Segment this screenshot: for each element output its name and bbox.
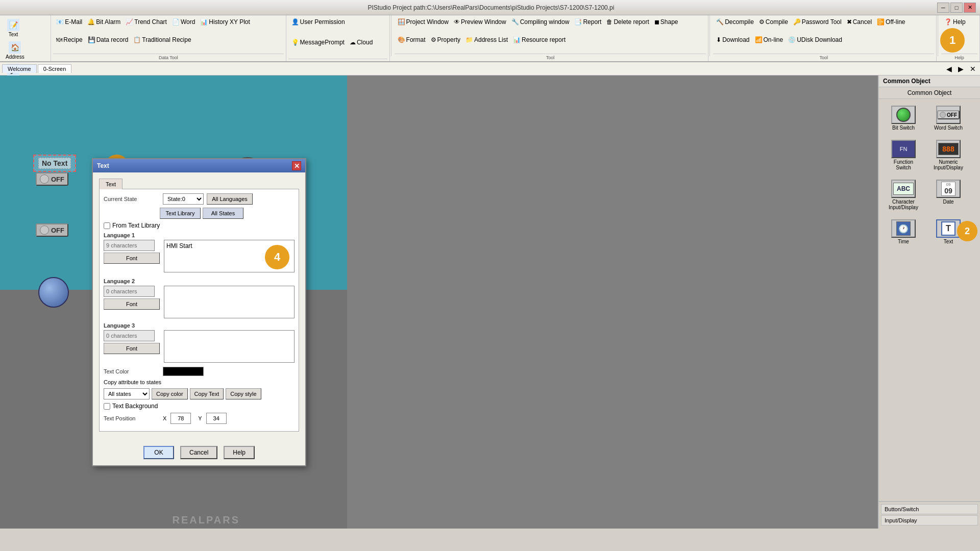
text-bg-checkbox[interactable]	[104, 403, 110, 410]
ribbon-btn-trendchart[interactable]: 📈Trend Chart	[124, 17, 169, 27]
canvas-area: 3 No Text OFF OFF	[0, 76, 878, 529]
lang3-chars-input[interactable]	[104, 330, 155, 341]
lang1-chars-input[interactable]	[104, 240, 155, 251]
help-btn[interactable]: Help	[224, 446, 255, 459]
x-input[interactable]	[170, 413, 191, 424]
ribbon-btn-cancel[interactable]: ✖Cancel	[845, 17, 874, 27]
copy-style-btn[interactable]: Copy style	[226, 388, 261, 399]
all-states-select[interactable]: All states	[104, 388, 150, 399]
lang1-controls: Font	[104, 240, 160, 274]
lang2-controls: Font	[104, 286, 160, 318]
ribbon-btn-cloud[interactable]: ☁Cloud	[348, 38, 375, 47]
ribbon-btn-datarecord[interactable]: 💾Data record	[86, 35, 131, 44]
ribbon-btn-address[interactable]: 🏠 Address	[3, 40, 27, 61]
all-states-btn[interactable]: All States	[203, 208, 243, 219]
close-btn[interactable]: ✕	[964, 3, 976, 13]
ribbon-btn-shape[interactable]: ◼Shape	[652, 17, 680, 27]
ribbon-btn-pwdtool[interactable]: 🔑Password Tool	[791, 17, 844, 27]
copy-color-btn[interactable]: Copy color	[152, 388, 188, 399]
ribbon-btn-offline[interactable]: 📴Off-line	[875, 17, 907, 27]
from-textlib-checkbox[interactable]	[104, 222, 110, 229]
ribbon-btn-prevwin[interactable]: 👁Preview Window	[452, 17, 508, 27]
ribbon-btn-download[interactable]: ⬇Download	[714, 35, 751, 44]
y-input[interactable]	[206, 413, 227, 424]
window-controls[interactable]: ─ □ ✕	[937, 3, 976, 13]
ribbon-btn-word[interactable]: 📄Word	[170, 17, 197, 27]
ribbon-btn-property[interactable]: ⚙Property	[429, 35, 462, 44]
toggle-off-text: OFF	[947, 112, 957, 118]
lang2-label: Language 2	[104, 278, 295, 284]
ribbon-btn-decompile[interactable]: 🔨Decompile	[714, 17, 756, 27]
tab-left-arrow[interactable]: ◀	[944, 65, 954, 73]
badge-1: 1	[940, 28, 965, 53]
dialog-close-btn[interactable]: ✕	[292, 161, 301, 170]
tab-screen[interactable]: 0-Screen	[38, 64, 72, 73]
ribbon-group-tool: 🪟Project Window 👁Preview Window 🔧Compili…	[393, 15, 709, 61]
ribbon-btn-historyxy[interactable]: 📊History XY Plot	[198, 17, 252, 27]
ribbon-btn-bitalarm[interactable]: 🔔Bit Alarm	[85, 17, 122, 27]
ribbon-group-tool-label: Tool	[395, 54, 706, 60]
panel-item-char[interactable]: ABC Character Input/Display	[883, 177, 924, 213]
text-color-swatch[interactable]	[163, 367, 204, 376]
ribbon-btn-format[interactable]: 🎨Format	[396, 35, 428, 44]
minimize-btn[interactable]: ─	[937, 3, 949, 13]
all-languages-btn[interactable]: All Languages	[207, 193, 253, 205]
lang3-textarea[interactable]	[164, 330, 295, 363]
ribbon-btn-online[interactable]: 📶On-line	[753, 35, 786, 44]
lang2-chars-input[interactable]	[104, 286, 155, 297]
tab-close[interactable]: ✕	[968, 65, 978, 73]
panel-item-word-switch[interactable]: OFF Word Switch	[928, 103, 969, 133]
time-icon: 🕐	[891, 219, 916, 238]
ribbon-btn-udisk[interactable]: 💿UDisk Download	[786, 35, 844, 44]
panel-item-function-switch[interactable]: FN Function Switch	[883, 137, 924, 173]
green-led-icon	[896, 108, 911, 122]
ribbon-btn-addrlist[interactable]: 📁Address List	[463, 35, 510, 44]
datarecord-label: Data record	[96, 36, 129, 43]
cancel-ribbon-label: Cancel	[853, 18, 872, 26]
tab-welcome[interactable]: Welcome	[2, 64, 37, 73]
title-bar: PIStudio Project path:C:\Users\RealPars\…	[0, 0, 980, 15]
maximize-btn[interactable]: □	[950, 3, 963, 13]
panel-item-date[interactable]: 09 09 Date	[928, 177, 969, 213]
cancel-btn[interactable]: Cancel	[180, 446, 217, 459]
date-num-icon: 09	[944, 187, 952, 195]
ribbon-btn-tradrecipe[interactable]: 📋Traditional Recipe	[131, 35, 193, 44]
lang2-textarea[interactable]	[164, 286, 295, 318]
ok-btn[interactable]: OK	[143, 446, 174, 459]
ribbon-btn-help[interactable]: ❓Help	[942, 17, 968, 27]
ribbon-btn-compile[interactable]: ⚙Compile	[757, 17, 790, 27]
ribbon-btn-projwin[interactable]: 🪟Project Window	[396, 17, 451, 27]
char-icon: ABC	[891, 180, 916, 198]
ribbon-btn-userperm[interactable]: 👤User Permission	[289, 17, 347, 27]
ribbon-btn-recipe[interactable]: 🍽Recipe	[54, 35, 84, 44]
lang1-label: Language 1	[104, 232, 295, 238]
word-switch-label: Word Switch	[934, 125, 963, 131]
ribbon-btn-delreport[interactable]: 🗑Delete report	[604, 17, 651, 27]
panel-footer-btn-input[interactable]: Input/Display	[881, 515, 978, 525]
resreport-label: Resource report	[522, 36, 566, 43]
compile-label: Compile	[766, 18, 788, 26]
ribbon-btn-report[interactable]: 📑Report	[572, 17, 603, 27]
tab-right-arrow[interactable]: ▶	[956, 65, 966, 73]
ribbon-btn-text[interactable]: 📝 Text	[3, 17, 23, 39]
panel-footer-btn-switch[interactable]: Button/Switch	[881, 504, 978, 514]
dialog-titlebar: Text ✕	[93, 159, 305, 172]
help-ribbon-label: Help	[953, 18, 966, 26]
ribbon-btn-msgprompt[interactable]: 💡MessagePrompt	[289, 38, 347, 47]
lang2-font-btn[interactable]: Font	[104, 298, 160, 310]
dialog-tab-text[interactable]: Text	[99, 179, 122, 189]
state-select[interactable]: State:0	[163, 193, 204, 205]
ribbon-btn-email[interactable]: 📧E-Mail	[54, 17, 84, 27]
panel-item-text[interactable]: T Text 2	[928, 217, 969, 247]
ribbon-group-datatool-label: Data Tool	[53, 54, 283, 60]
lang3-font-btn[interactable]: Font	[104, 343, 160, 354]
ribbon-btn-resreport[interactable]: 📊Resource report	[511, 35, 568, 44]
ribbon-items-library: 📝 Text 🏠 Address 💬 SMS	[2, 16, 48, 85]
panel-item-numeric[interactable]: 888 Numeric Input/Display	[928, 137, 969, 173]
panel-item-bit-switch[interactable]: Bit Switch	[883, 103, 924, 133]
copy-text-btn[interactable]: Copy Text	[190, 388, 224, 399]
text-library-btn[interactable]: Text Library	[160, 208, 201, 219]
ribbon-btn-compilewin[interactable]: 🔧Compiling window	[509, 17, 572, 27]
panel-item-time[interactable]: 🕐 Time	[883, 217, 924, 247]
lang1-font-btn[interactable]: Font	[104, 253, 160, 264]
